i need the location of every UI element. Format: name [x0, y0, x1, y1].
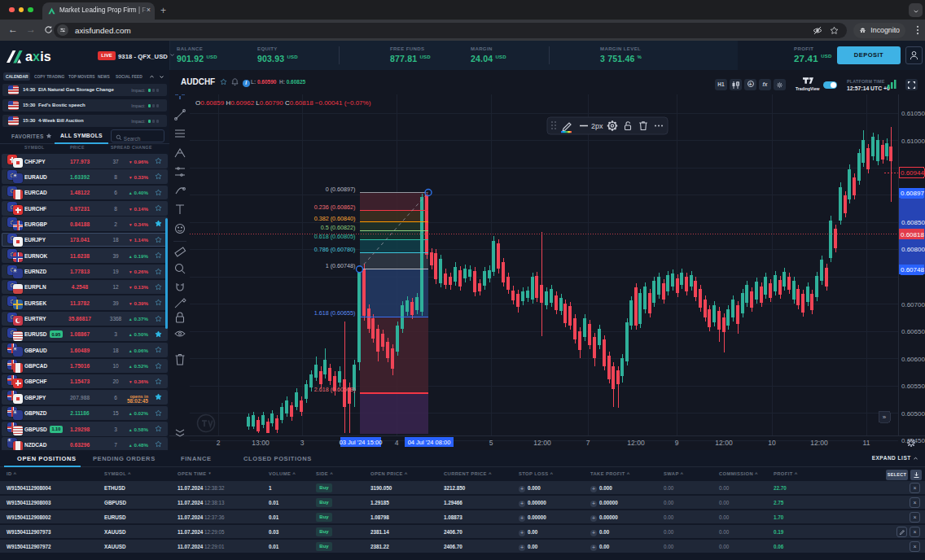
svg-text:2: 2	[217, 439, 221, 447]
svg-text:0.60600: 0.60600	[901, 356, 925, 363]
svg-text:0.61050: 0.61050	[901, 110, 925, 117]
svg-text:0.60850: 0.60850	[901, 219, 925, 226]
svg-text:axis: axis	[25, 50, 51, 63]
svg-text:9: 9	[675, 439, 679, 447]
svg-text:3: 3	[300, 439, 305, 447]
svg-text:0.60944: 0.60944	[901, 169, 924, 177]
svg-text:03 Jul '24 15:00: 03 Jul '24 15:00	[340, 439, 383, 446]
svg-text:12:00: 12:00	[627, 439, 645, 447]
svg-text:0.60748: 0.60748	[901, 266, 924, 273]
svg-text:0.61000: 0.61000	[901, 138, 925, 145]
svg-text:10: 10	[768, 439, 776, 447]
svg-text:4: 4	[395, 439, 399, 447]
svg-text:12:00: 12:00	[810, 439, 828, 447]
svg-text:04 Jul '24 08:00: 04 Jul '24 08:00	[408, 439, 451, 446]
svg-text:0.60650: 0.60650	[901, 328, 925, 335]
svg-text:2.618 (0.60508): 2.618 (0.60508)	[314, 386, 356, 393]
svg-text:0.60550: 0.60550	[901, 383, 925, 390]
svg-text:0.60818: 0.60818	[901, 231, 924, 238]
svg-text:0 (0.60897): 0 (0.60897)	[326, 186, 356, 193]
svg-text:1 (0.60748): 1 (0.60748)	[326, 262, 356, 269]
svg-text:0.786 (0.60780): 0.786 (0.60780)	[314, 246, 356, 253]
svg-text:0.236 (0.60862): 0.236 (0.60862)	[314, 203, 356, 211]
svg-text:5: 5	[489, 439, 493, 447]
svg-text:12:00: 12:00	[715, 439, 733, 447]
svg-text:2px: 2px	[591, 122, 603, 130]
svg-text:0.60897: 0.60897	[901, 190, 924, 197]
svg-text:13:00: 13:00	[252, 439, 270, 447]
svg-text:7: 7	[586, 439, 590, 447]
svg-text:0.60800: 0.60800	[901, 246, 925, 253]
svg-text:1.618 (0.60655): 1.618 (0.60655)	[314, 309, 356, 317]
svg-text:0.382 (0.60840): 0.382 (0.60840)	[314, 215, 356, 222]
svg-text:0.60700: 0.60700	[901, 301, 925, 308]
svg-text:12:00: 12:00	[533, 439, 551, 447]
svg-text:11: 11	[863, 439, 870, 447]
svg-text:O0.60859 H0.60962 L0.60790 C0.: O0.60859 H0.60962 L0.60790 C0.60818 −0.0…	[195, 99, 371, 107]
svg-text:0.5 (0.60822): 0.5 (0.60822)	[321, 224, 356, 231]
svg-text:0.60500: 0.60500	[901, 410, 925, 418]
svg-text:»: »	[883, 413, 887, 421]
